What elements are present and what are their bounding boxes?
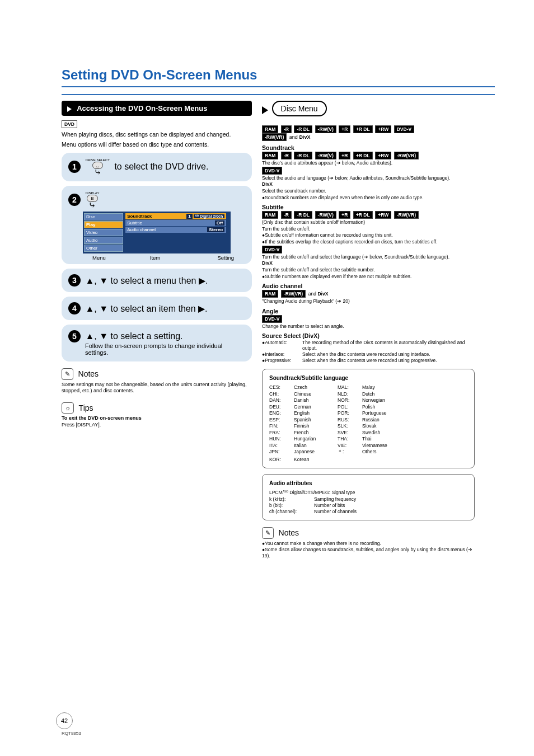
body-text: Select the soundtrack number.: [262, 188, 475, 194]
osd-menu-item-selected: Play: [84, 221, 123, 228]
lang-cell: French: [294, 430, 333, 435]
step-number: 4: [68, 302, 81, 314]
osd-label: Menu: [68, 255, 130, 261]
media-tag: +RW: [375, 152, 391, 159]
media-tags-row: RAM -RW(VR) and DivX: [262, 290, 475, 298]
osd-panel: Disc Play Video Audio Other Soundtrack 1…: [83, 212, 231, 253]
step-number: 2: [68, 194, 81, 206]
lang-cell: Korean: [294, 457, 333, 462]
body-text: Turn the subtitle on/off.: [262, 226, 475, 232]
divx-label: DivX: [262, 260, 475, 266]
lang-cell: NOR:: [338, 397, 358, 403]
attr-grid: k (kHz): Sampling frequency b (bit): Num…: [269, 496, 467, 514]
media-tags-row: RAM -R -R DL -RW(V) +R +R DL +RW -RW(VR): [262, 211, 475, 219]
intro-text-2: Menu options will differ based on disc t…: [62, 140, 252, 148]
media-tag: -R: [281, 125, 292, 133]
lang-cell: [362, 457, 401, 462]
audio-channel-heading: Audio channel: [262, 283, 475, 289]
media-tag: DVD-V: [262, 315, 282, 323]
list-key: b (bit):: [269, 503, 314, 508]
remote-button: DISPLAY B ⤷: [86, 191, 100, 208]
language-card: Soundtrack/Subtitle language CES:CzechMA…: [262, 369, 475, 468]
lang-cell: SVE:: [338, 430, 358, 435]
text-and: and: [289, 134, 298, 140]
osd-item-value: Stereo: [207, 227, 224, 232]
lang-cell: [338, 457, 358, 462]
source-select-list: ●Automatic: The recording method of the …: [262, 340, 475, 363]
step-subtext: Follow the on-screen prompts to change i…: [85, 342, 245, 356]
media-tag: +R: [339, 211, 350, 219]
triangle-icon: [67, 106, 72, 112]
notes-block: ✎ Notes ●You cannot make a change when t…: [262, 527, 475, 559]
list-key: ch (channel):: [269, 509, 314, 514]
media-tags-row: RAM -R -R DL -RW(V) +R +R DL +RW -RW(VR): [262, 152, 475, 159]
body-text: Change the number to select an angle.: [262, 323, 475, 330]
step-3: 3 ▲, ▼ to select a menu then ▶.: [62, 269, 252, 292]
lang-cell: Dutch: [362, 391, 401, 397]
lang-cell: Slovak: [362, 423, 401, 429]
osd-menu-item: Disc: [84, 213, 123, 220]
text-and: and: [308, 291, 316, 297]
osd-item-value: 1: [186, 214, 192, 219]
left-column: Accessing the DVD On-Screen Menus DVD Wh…: [62, 101, 252, 559]
language-grid: CES:CzechMAL:MalayCHI:ChineseNLD:DutchDA…: [269, 384, 467, 462]
lang-cell: JPN:: [269, 449, 289, 456]
lang-cell: Finnish: [294, 423, 333, 429]
osd-item-value: Off: [215, 220, 225, 226]
list-key: ●Automatic:: [262, 340, 302, 351]
media-tag: DVD-V: [262, 167, 282, 175]
body-text: The disc's audio attributes appear (➔ be…: [262, 160, 475, 166]
lang-cell: CES:: [269, 384, 289, 390]
osd-item-label: Subtitle: [127, 220, 142, 226]
lang-cell: Polish: [362, 404, 401, 410]
body-text: ●If the subtitles overlap the closed cap…: [262, 239, 475, 245]
body-text: Select the audio and language (➔ below, …: [262, 175, 475, 181]
media-tag: +RW: [375, 211, 391, 219]
lang-cell: Chinese: [294, 391, 333, 397]
list-key: ●Interlace:: [262, 351, 302, 357]
intro-text-1: When playing discs, disc settings can be…: [62, 130, 252, 138]
lang-cell: ENG:: [269, 410, 289, 416]
list-value: Sampling frequency: [314, 496, 467, 502]
lang-cell: DAN:: [269, 397, 289, 403]
lang-cell: Swedish: [362, 430, 401, 435]
lang-cell: Norwegian: [362, 397, 401, 403]
section-heading: Accessing the DVD On-Screen Menus: [62, 101, 252, 116]
step-2: 2 DISPLAY B ⤷ Disc Play Video Audio Othe…: [62, 186, 252, 264]
lang-cell: Russian: [362, 417, 401, 422]
lang-cell: ITA:: [269, 443, 289, 448]
step-text: ▲, ▼ to select a menu then ▶.: [86, 275, 208, 285]
media-tag: -R: [281, 152, 292, 159]
audio-attr-card: Audio attributes LPCM/ᴰᴰ Digital/DTS/MPE…: [262, 474, 475, 520]
osd-items-column: Soundtrack 1 ᴰᴰ Digital 2/0ch Subtitle O…: [125, 213, 226, 233]
card-title: Soundtrack/Subtitle language: [269, 375, 467, 381]
lang-cell: Thai: [362, 436, 401, 442]
step-number: 1: [68, 161, 81, 173]
list-value: Select when the disc contents were recor…: [302, 358, 475, 363]
lang-cell: VIE:: [338, 443, 358, 448]
lang-cell: Danish: [294, 397, 333, 403]
media-tag: -RW(VR): [394, 152, 419, 159]
button-label: DISPLAY: [86, 191, 100, 195]
lang-cell: Vietnamese: [362, 443, 401, 448]
media-tag: -R DL: [294, 152, 312, 159]
page-title: Setting DVD On-Screen Menus: [62, 67, 495, 83]
osd-item-row: Audio channel Stereo: [125, 227, 226, 233]
media-tag: +RW: [375, 125, 391, 133]
divx-label: DivX: [262, 181, 475, 187]
remote-button: DRIVE SELECT ⎵ ⤷: [86, 158, 110, 175]
step-text: ▲, ▼ to select a setting.: [86, 331, 183, 341]
list-value: Number of channels: [314, 509, 467, 514]
osd-label: Setting: [180, 255, 245, 261]
list-value: The recording method of the DivX content…: [302, 340, 475, 351]
list-key: ●Progressive:: [262, 358, 302, 363]
tips-subhead: To exit the DVD on-screen menus: [62, 415, 252, 422]
notes-body: ●Some discs allow changes to soundtracks…: [262, 547, 475, 558]
lang-cell: RUS:: [338, 417, 358, 422]
angle-heading: Angle: [262, 308, 475, 314]
body-text: Turn the subtitle on/off and select the …: [262, 254, 475, 260]
lang-cell: Malay: [362, 384, 401, 390]
body-text: ●Soundtrack numbers are displayed even w…: [262, 195, 475, 201]
source-select-heading: Source Select (DivX): [262, 332, 475, 339]
list-value: Select when the disc contents were recor…: [302, 351, 475, 357]
